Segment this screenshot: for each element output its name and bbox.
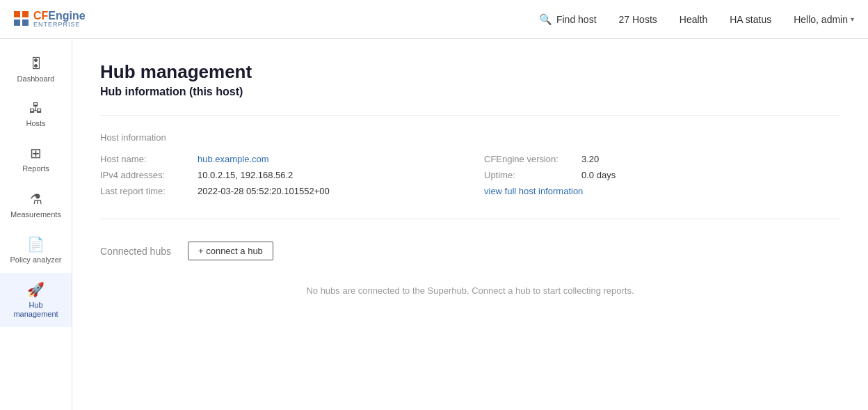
user-menu[interactable]: Hello, admin ▾ [794, 14, 854, 25]
cfengine-version-value: 3.20 [581, 154, 599, 164]
host-name-row: Host name: hub.example.com [100, 154, 456, 164]
reports-icon: ⊞ [30, 145, 42, 161]
sidebar-label-hosts: Hosts [26, 119, 45, 128]
sidebar-item-measurements[interactable]: ⚗ Measurements [0, 182, 72, 228]
view-full-host-link[interactable]: view full host information [484, 186, 583, 196]
logo-engine: Engine [48, 10, 85, 22]
logo-cf: CF [33, 10, 48, 22]
uptime-label: Uptime: [484, 170, 581, 180]
sidebar-label-hub-management: Hub management [6, 301, 66, 319]
ipv4-row: IPv4 addresses: 10.0.2.15, 192.168.56.2 [100, 170, 456, 180]
hosts-count-label: 27 Hosts [619, 14, 657, 25]
main-content: Hub management Hub information (this hos… [72, 39, 868, 410]
header-nav: 🔍 Find host 27 Hosts Health HA status He… [539, 13, 854, 26]
last-report-value: 2022-03-28 05:52:20.101552+00 [198, 186, 330, 196]
host-info-right: CFEngine version: 3.20 Uptime: 0.0 days … [484, 154, 840, 202]
sidebar-label-dashboard: Dashboard [17, 74, 55, 84]
view-full-row: view full host information [484, 186, 840, 196]
search-icon: 🔍 [539, 13, 552, 26]
connected-hubs-header: Connected hubs + connect a hub [100, 242, 840, 260]
host-name-value[interactable]: hub.example.com [198, 154, 269, 164]
sidebar-label-measurements: Measurements [10, 210, 61, 219]
body-wrap: 🎛 Dashboard 🖧 Hosts ⊞ Reports ⚗ Measurem… [0, 39, 868, 410]
host-info-grid: Host name: hub.example.com IPv4 addresse… [100, 154, 840, 202]
hosts-count-link[interactable]: 27 Hosts [619, 14, 657, 25]
host-info-section-title: Host information [100, 132, 840, 143]
sidebar: 🎛 Dashboard 🖧 Hosts ⊞ Reports ⚗ Measurem… [0, 39, 72, 410]
cfengine-version-label: CFEngine version: [484, 154, 581, 164]
logo-enterprise: ENTERPRISE [33, 22, 86, 29]
last-report-label: Last report time: [100, 186, 198, 196]
policy-analyzer-icon: 📄 [27, 236, 45, 253]
ha-status-link[interactable]: HA status [730, 14, 771, 25]
host-name-label: Host name: [100, 154, 198, 164]
divider-2 [100, 219, 840, 219]
hub-management-icon: 🚀 [27, 281, 45, 298]
uptime-value: 0.0 days [581, 170, 616, 180]
hosts-icon: 🖧 [29, 100, 43, 116]
connected-hubs-section: Connected hubs + connect a hub No hubs a… [100, 242, 840, 307]
ha-status-label: HA status [730, 14, 771, 25]
measurements-icon: ⚗ [30, 191, 42, 207]
page-subtitle: Hub information (this host) [100, 86, 840, 98]
health-link[interactable]: Health [680, 14, 707, 25]
sidebar-item-policy-analyzer[interactable]: 📄 Policy analyzer [0, 228, 72, 273]
header: CF Engine ENTERPRISE 🔍 Find host 27 Host… [0, 0, 868, 39]
sidebar-label-reports: Reports [22, 164, 49, 173]
find-host-link[interactable]: 🔍 Find host [539, 13, 597, 26]
sidebar-item-hub-management[interactable]: 🚀 Hub management [0, 273, 72, 327]
user-label: Hello, admin [794, 14, 848, 25]
uptime-row: Uptime: 0.0 days [484, 170, 840, 180]
find-host-label: Find host [556, 14, 597, 25]
chevron-down-icon: ▾ [851, 15, 854, 23]
empty-hubs-message: No hubs are connected to the Superhub. C… [100, 274, 840, 307]
logo-area: CF Engine ENTERPRISE [14, 10, 86, 29]
dashboard-icon: 🎛 [29, 56, 43, 72]
connect-hub-button[interactable]: + connect a hub [188, 242, 273, 260]
sidebar-label-policy-analyzer: Policy analyzer [10, 255, 62, 265]
sidebar-item-reports[interactable]: ⊞ Reports [0, 136, 72, 182]
sidebar-item-dashboard[interactable]: 🎛 Dashboard [0, 47, 72, 92]
logo-grid-icon [14, 11, 29, 26]
page-title: Hub management [100, 61, 840, 83]
last-report-row: Last report time: 2022-03-28 05:52:20.10… [100, 186, 456, 196]
divider-1 [100, 115, 840, 116]
cfengine-version-row: CFEngine version: 3.20 [484, 154, 840, 164]
logo-text: CF Engine ENTERPRISE [33, 10, 86, 29]
sidebar-item-hosts[interactable]: 🖧 Hosts [0, 92, 72, 136]
host-info-left: Host name: hub.example.com IPv4 addresse… [100, 154, 456, 202]
health-label: Health [680, 14, 707, 25]
ipv4-label: IPv4 addresses: [100, 170, 198, 180]
ipv4-value: 10.0.2.15, 192.168.56.2 [198, 170, 293, 180]
connected-hubs-label: Connected hubs [100, 246, 171, 257]
